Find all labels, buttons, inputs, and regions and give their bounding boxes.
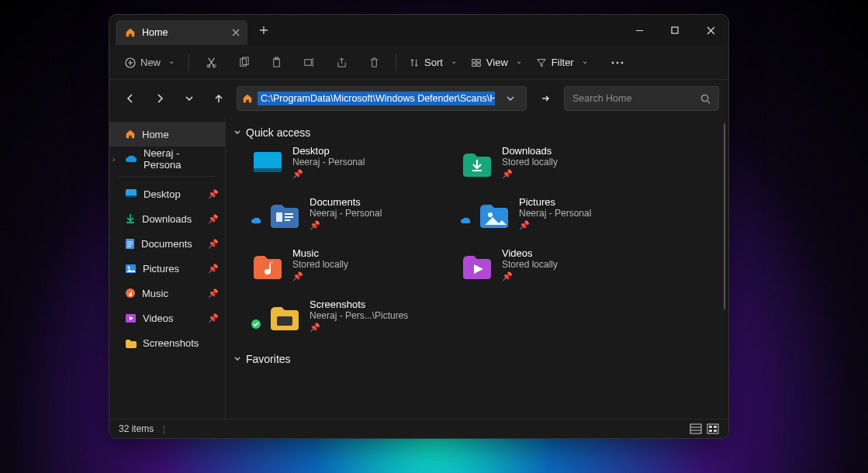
cut-button[interactable] xyxy=(197,50,225,76)
sidebar-item-videos[interactable]: Videos📌 xyxy=(109,306,225,330)
window-controls xyxy=(621,15,728,46)
svg-rect-30 xyxy=(690,424,701,433)
quick-access-documents[interactable]: DocumentsNeeraj - Personal📌 xyxy=(251,195,452,246)
sidebar-item-screenshots[interactable]: Screenshots xyxy=(109,330,225,355)
minimize-button[interactable] xyxy=(621,15,657,46)
favorites-header[interactable]: Favorites xyxy=(233,353,725,365)
svg-rect-33 xyxy=(714,426,717,428)
copy-button[interactable] xyxy=(230,50,258,76)
close-window-button[interactable] xyxy=(693,15,728,46)
quick-access-downloads[interactable]: DownloadsStored locally📌 xyxy=(460,143,662,195)
pin-icon: 📌 xyxy=(519,220,591,230)
filter-icon xyxy=(536,57,547,68)
svg-rect-26 xyxy=(276,212,282,222)
details-view-button[interactable] xyxy=(690,423,702,434)
pin-icon: 📌 xyxy=(208,264,219,274)
quick-access-desktop[interactable]: DesktopNeeraj - Personal📌 xyxy=(251,143,452,195)
sidebar-item-downloads[interactable]: Downloads📌 xyxy=(109,206,225,231)
quick-access-grid: DesktopNeeraj - Personal📌DownloadsStored… xyxy=(251,143,725,348)
maximize-button[interactable] xyxy=(657,15,693,46)
sidebar-item-label: Music xyxy=(142,288,168,299)
address-bar[interactable]: C:\ProgramData\Microsoft\Windows Defende… xyxy=(237,86,527,111)
download-icon xyxy=(125,213,136,224)
icons-view-button[interactable] xyxy=(707,423,719,434)
filter-label: Filter xyxy=(552,57,574,68)
up-button[interactable] xyxy=(207,87,230,110)
forward-button[interactable] xyxy=(148,87,171,110)
sync-ok-icon xyxy=(251,319,261,330)
item-subtitle: Neeraj - Personal xyxy=(292,157,365,167)
sidebar-item-label: Videos xyxy=(143,312,174,324)
download-icon xyxy=(460,148,494,179)
svg-rect-35 xyxy=(714,430,717,432)
home-icon xyxy=(125,27,136,38)
address-path[interactable]: C:\ProgramData\Microsoft\Windows Defende… xyxy=(258,91,495,105)
sort-button[interactable]: Sort xyxy=(404,54,462,71)
delete-button[interactable] xyxy=(360,50,388,76)
address-history-button[interactable] xyxy=(500,87,521,110)
pin-icon: 📌 xyxy=(292,271,348,281)
sidebar-item-label: Neeraj - Persona xyxy=(144,147,217,171)
filter-button[interactable]: Filter xyxy=(531,54,593,71)
item-title: Downloads xyxy=(502,145,558,157)
quick-access-header[interactable]: Quick access xyxy=(233,126,725,139)
folder-icon xyxy=(268,302,302,333)
recent-button[interactable] xyxy=(178,87,201,110)
item-subtitle: Stored locally xyxy=(502,157,558,167)
desktop-icon xyxy=(251,148,285,179)
search-icon xyxy=(700,94,711,104)
scrollbar[interactable] xyxy=(724,123,725,309)
item-subtitle: Stored locally xyxy=(502,259,558,270)
sidebar-item-home[interactable]: Home xyxy=(109,122,225,147)
svg-rect-8 xyxy=(304,60,310,66)
quick-access-music[interactable]: MusicStored locally📌 xyxy=(251,246,452,297)
sidebar-item-pictures[interactable]: Pictures📌 xyxy=(109,256,225,281)
quick-access-pictures[interactable]: PicturesNeeraj - Personal📌 xyxy=(460,195,662,246)
onedrive-icon xyxy=(125,154,137,164)
active-tab[interactable]: Home xyxy=(116,20,247,45)
share-button[interactable] xyxy=(327,50,355,76)
svg-rect-34 xyxy=(709,430,712,432)
quick-access-videos[interactable]: VideosStored locally📌 xyxy=(460,246,662,297)
home-icon xyxy=(242,93,253,104)
go-button[interactable] xyxy=(533,86,558,111)
sidebar-item-label: Documents xyxy=(141,238,192,250)
main-content: Quick access DesktopNeeraj - Personal📌Do… xyxy=(226,117,728,419)
sort-label: Sort xyxy=(424,57,443,68)
quick-access-screenshots[interactable]: ScreenshotsNeeraj - Pers...\Pictures📌 xyxy=(251,297,662,348)
sidebar-item-neeraj-persona[interactable]: ›Neeraj - Persona xyxy=(109,147,225,171)
search-input[interactable]: Search Home xyxy=(564,86,719,111)
sidebar-item-desktop[interactable]: Desktop📌 xyxy=(109,181,225,206)
item-subtitle: Stored locally xyxy=(292,259,348,270)
pin-icon: 📌 xyxy=(292,169,365,179)
pin-icon: 📌 xyxy=(208,239,219,249)
picture-icon xyxy=(125,264,137,274)
sidebar-item-label: Screenshots xyxy=(143,337,199,349)
view-icon xyxy=(471,57,482,68)
back-button[interactable] xyxy=(119,87,142,110)
sidebar-item-documents[interactable]: Documents📌 xyxy=(109,231,225,256)
video-icon xyxy=(125,313,137,323)
sidebar-item-music[interactable]: Music📌 xyxy=(109,281,225,306)
view-button[interactable]: View xyxy=(466,54,527,71)
pin-icon: 📌 xyxy=(502,169,558,179)
tab-title: Home xyxy=(142,27,168,38)
more-button[interactable] xyxy=(603,50,631,76)
new-tab-button[interactable] xyxy=(251,17,277,43)
sidebar: Home›Neeraj - PersonaDesktop📌Downloads📌D… xyxy=(109,117,226,419)
pin-icon: 📌 xyxy=(208,189,219,199)
close-tab-button[interactable] xyxy=(232,29,240,36)
new-button[interactable]: New xyxy=(119,54,181,71)
svg-point-14 xyxy=(616,61,618,64)
chevron-down-icon xyxy=(233,129,241,136)
rename-button[interactable] xyxy=(295,50,323,76)
pin-icon: 📌 xyxy=(208,288,219,299)
item-title: Desktop xyxy=(292,145,365,157)
paste-button[interactable] xyxy=(262,50,290,76)
new-label: New xyxy=(140,57,161,68)
svg-rect-32 xyxy=(709,426,712,428)
svg-point-21 xyxy=(128,266,130,268)
cloud-icon xyxy=(460,216,471,227)
svg-point-13 xyxy=(611,61,614,64)
search-placeholder: Search Home xyxy=(572,93,631,104)
